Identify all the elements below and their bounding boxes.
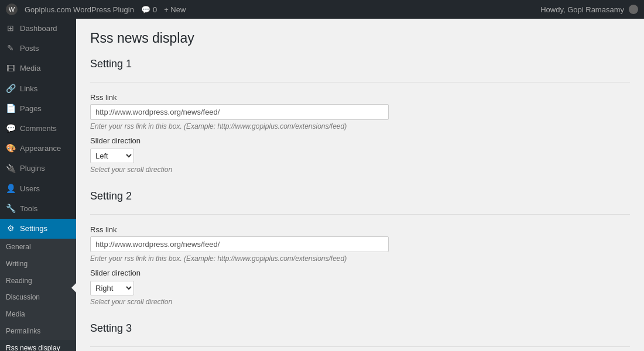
sidebar-item-links[interactable]: 🔗Links <box>0 79 76 99</box>
divider-3 <box>90 346 630 347</box>
rss-link-label-1: Rss link <box>90 93 630 102</box>
appearance-icon: 🎨 <box>6 144 15 153</box>
comments-icon: 💬 <box>6 124 15 133</box>
slider-hint-2: Select your scroll direction <box>90 298 630 306</box>
tools-icon: 🔧 <box>6 204 15 214</box>
setting-block-1: Setting 1 Rss link Enter your rss link i… <box>90 58 630 174</box>
sidebar-item-settings[interactable]: ⚙Settings General Writing Reading Discus… <box>0 219 76 351</box>
sidebar-item-dashboard[interactable]: ⊞Dashboard <box>0 19 76 39</box>
sidebar-item-posts[interactable]: ✎Posts <box>0 39 76 58</box>
sidebar-item-media[interactable]: 🎞Media <box>0 58 76 78</box>
sidebar-label-comments: Comments <box>20 123 57 134</box>
submenu-item-general[interactable]: General <box>0 239 76 256</box>
sidebar-label-plugins: Plugins <box>20 163 45 174</box>
site-name: Gopiplus.com WordPress Plugin <box>25 5 134 14</box>
sidebar-label-appearance: Appearance <box>20 143 61 154</box>
sidebar: ⊞Dashboard ✎Posts 🎞Media 🔗Links 📄Pages 💬… <box>0 19 76 351</box>
sidebar-label-posts: Posts <box>20 43 39 54</box>
submenu-item-writing[interactable]: Writing <box>0 256 76 273</box>
submenu-link-media[interactable]: Media <box>0 306 76 323</box>
submenu-link-reading[interactable]: Reading <box>0 273 76 290</box>
section-title-1: Setting 1 <box>90 58 630 74</box>
posts-icon: ✎ <box>6 44 15 53</box>
sidebar-label-dashboard: Dashboard <box>20 23 57 34</box>
submenu-link-general[interactable]: General <box>0 239 76 256</box>
sidebar-item-appearance[interactable]: 🎨Appearance <box>0 139 76 159</box>
links-icon: 🔗 <box>6 84 15 94</box>
sidebar-label-settings: Settings <box>20 223 47 234</box>
settings-icon: ⚙ <box>6 224 15 233</box>
avatar <box>629 5 638 14</box>
sidebar-menu: ⊞Dashboard ✎Posts 🎞Media 🔗Links 📄Pages 💬… <box>0 19 76 351</box>
rss-hint-2: Enter your rss link in this box. (Exampl… <box>90 254 630 263</box>
page-title: Rss news display <box>90 30 630 46</box>
sidebar-label-links: Links <box>20 84 37 94</box>
sidebar-item-pages[interactable]: 📄Pages <box>0 99 76 119</box>
sidebar-item-users[interactable]: 👤Users <box>0 179 76 199</box>
submenu-link-discussion[interactable]: Discussion <box>0 289 76 306</box>
submenu-link-rss[interactable]: Rss news display <box>0 340 76 351</box>
sidebar-item-tools[interactable]: 🔧Tools <box>0 199 76 219</box>
select-row-1: Left Right Up Down <box>90 149 630 163</box>
submenu-link-writing[interactable]: Writing <box>0 256 76 273</box>
submenu-item-rss[interactable]: Rss news display <box>0 340 76 351</box>
sidebar-label-pages: Pages <box>20 104 42 114</box>
divider-1 <box>90 82 630 82</box>
rss-hint-1: Enter your rss link in this box. (Exampl… <box>90 122 630 130</box>
users-icon: 👤 <box>6 184 15 194</box>
submenu-item-reading[interactable]: Reading <box>0 273 76 290</box>
plugins-icon: 🔌 <box>6 164 15 173</box>
section-title-3: Setting 3 <box>90 322 630 338</box>
rss-link-input-2[interactable] <box>90 236 389 252</box>
howdy-text: Howdy, Gopi Ramasamy <box>540 5 624 14</box>
rss-link-label-2: Rss link <box>90 225 630 234</box>
pages-icon: 📄 <box>6 104 15 113</box>
setting-block-3: Setting 3 Rss link Enter your rss link i… <box>90 322 630 351</box>
new-link[interactable]: + New <box>164 5 186 14</box>
comment-icon: 💬 <box>141 5 150 14</box>
comments-count[interactable]: 💬 0 <box>141 5 157 14</box>
main-content: Rss news display Setting 1 Rss link Ente… <box>76 19 644 351</box>
sidebar-label-media: Media <box>20 63 40 74</box>
submenu-item-permalinks[interactable]: Permalinks <box>0 323 76 340</box>
section-title-2: Setting 2 <box>90 190 630 206</box>
wp-logo: W <box>6 4 18 15</box>
slider-hint-1: Select your scroll direction <box>90 166 630 174</box>
submenu-item-discussion[interactable]: Discussion <box>0 289 76 306</box>
setting-block-2: Setting 2 Rss link Enter your rss link i… <box>90 190 630 306</box>
media-icon: 🎞 <box>6 64 15 73</box>
sidebar-label-tools: Tools <box>20 204 37 214</box>
sidebar-item-comments[interactable]: 💬Comments <box>0 119 76 139</box>
admin-bar: W Gopiplus.com WordPress Plugin 💬 0 + Ne… <box>0 0 644 19</box>
sidebar-label-users: Users <box>20 184 40 194</box>
divider-2 <box>90 214 630 215</box>
slider-direction-label-2: Slider direction <box>90 269 630 277</box>
rss-link-input-1[interactable] <box>90 104 389 120</box>
submenu-item-media[interactable]: Media <box>0 306 76 323</box>
slider-direction-label-1: Slider direction <box>90 136 630 145</box>
submenu-link-permalinks[interactable]: Permalinks <box>0 323 76 340</box>
sidebar-item-plugins[interactable]: 🔌Plugins <box>0 159 76 178</box>
slider-select-1[interactable]: Left Right Up Down <box>90 149 134 163</box>
settings-submenu: General Writing Reading Discussion Media… <box>0 239 76 351</box>
select-row-2: Left Right Up Down <box>90 281 630 295</box>
dashboard-icon: ⊞ <box>6 24 15 33</box>
slider-select-2[interactable]: Left Right Up Down <box>90 281 134 295</box>
